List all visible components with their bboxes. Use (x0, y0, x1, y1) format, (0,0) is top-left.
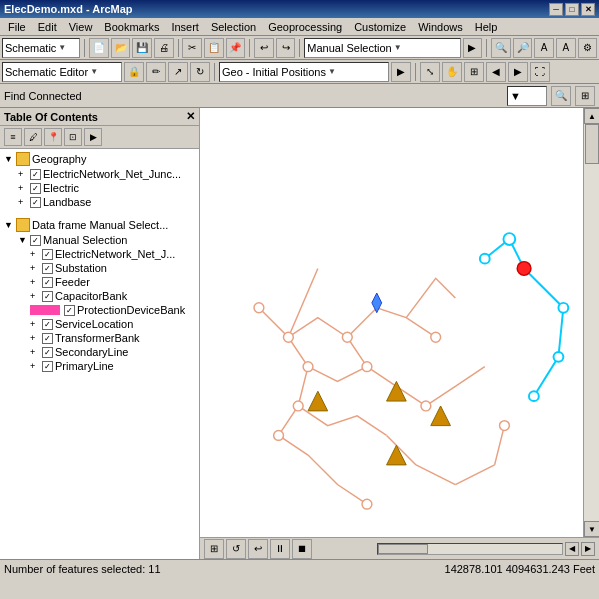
ms-check[interactable]: ✓ (30, 235, 41, 246)
zoom-out-button[interactable]: 🔎 (513, 38, 533, 58)
select-tool-button[interactable]: ↗ (168, 62, 188, 82)
find-go-button[interactable]: ⊞ (575, 86, 595, 106)
toc-btn-sel[interactable]: ⊡ (64, 128, 82, 146)
tool-a-button[interactable]: A (534, 38, 554, 58)
tool-a2-button[interactable]: A (556, 38, 576, 58)
toc-dataframe-header[interactable]: ▼ Data frame Manual Select... (2, 217, 197, 233)
elec-geo-check[interactable]: ✓ (30, 183, 41, 194)
toc-sub-substation[interactable]: + ✓ Substation (2, 261, 197, 275)
extra2-button[interactable]: ⛶ (530, 62, 550, 82)
h-scrollbar[interactable] (377, 543, 563, 555)
toc-item-manualsel[interactable]: ▼ ✓ Manual Selection (2, 233, 197, 247)
en-geo-check[interactable]: ✓ (30, 169, 41, 180)
scroll-down-button[interactable]: ▼ (584, 521, 599, 537)
maximize-button[interactable]: □ (565, 3, 579, 16)
toc-btn-src[interactable]: 📍 (44, 128, 62, 146)
toc-sub-feeder[interactable]: + ✓ Feeder (2, 275, 197, 289)
edit-tool-button[interactable]: ✏ (146, 62, 166, 82)
geo-positions-dropdown[interactable]: Geo - Initial Positions ▼ (219, 62, 389, 82)
sub-feed-check[interactable]: ✓ (42, 277, 53, 288)
next-button[interactable]: ▶ (508, 62, 528, 82)
manual-selection-dropdown[interactable]: Manual Selection ▼ (304, 38, 460, 58)
toc-sub-electricnetwork[interactable]: + ✓ ElectricNetwork_Net_J... (2, 247, 197, 261)
minimize-button[interactable]: ─ (549, 3, 563, 16)
sub-en-check[interactable]: ✓ (42, 249, 53, 260)
map-btn-pause[interactable]: ⏸ (270, 539, 290, 559)
redo-button[interactable]: ↪ (276, 38, 296, 58)
menu-view[interactable]: View (63, 20, 99, 34)
sub-prim-check[interactable]: ✓ (42, 361, 53, 372)
toc-btn-draw[interactable]: 🖊 (24, 128, 42, 146)
schematic-dropdown[interactable]: Schematic ▼ (2, 38, 80, 58)
lock-button[interactable]: 🔒 (124, 62, 144, 82)
map-btn-2[interactable]: ↺ (226, 539, 246, 559)
cut-button[interactable]: ✂ (182, 38, 202, 58)
sub-ss-check[interactable]: ✓ (42, 263, 53, 274)
sub-prim-expand: + (30, 361, 40, 371)
sub-tr-check[interactable]: ✓ (42, 333, 53, 344)
print-button[interactable]: 🖨 (154, 38, 174, 58)
find-options-dropdown[interactable]: ▼ (507, 86, 547, 106)
map-bottom-toolbar: ⊞ ↺ ↩ ⏸ ⏹ ◀ ▶ (200, 537, 599, 559)
prev-button[interactable]: ◀ (486, 62, 506, 82)
open-button[interactable]: 📂 (111, 38, 131, 58)
scroll-up-button[interactable]: ▲ (584, 108, 599, 124)
scroll-left-button[interactable]: ◀ (565, 542, 579, 556)
toc-item-electricnetwork-geo[interactable]: + ✓ ElectricNetwork_Net_Junc... (2, 167, 197, 181)
land-check[interactable]: ✓ (30, 197, 41, 208)
menu-geoprocessing[interactable]: Geoprocessing (262, 20, 348, 34)
menu-bookmarks[interactable]: Bookmarks (98, 20, 165, 34)
toc-close[interactable]: ✕ (186, 110, 195, 123)
map-btn-stop[interactable]: ⏹ (292, 539, 312, 559)
save-button[interactable]: 💾 (132, 38, 152, 58)
undo-button[interactable]: ↩ (254, 38, 274, 58)
toc-sub-service[interactable]: + ✓ ServiceLocation (2, 317, 197, 331)
toc-sub-primary[interactable]: + ✓ PrimaryLine (2, 359, 197, 373)
scroll-thumb-right[interactable] (585, 124, 599, 164)
menu-insert[interactable]: Insert (165, 20, 205, 34)
sub-tr-label: TransformerBank (55, 332, 140, 344)
toc-btn-opts[interactable]: ▶ (84, 128, 102, 146)
scroll-track-right[interactable] (584, 124, 599, 521)
right-scrollbar[interactable]: ▲ ▼ (583, 108, 599, 537)
svg-point-15 (342, 332, 352, 342)
map-btn-3[interactable]: ↩ (248, 539, 268, 559)
copy-button[interactable]: 📋 (204, 38, 224, 58)
go-button[interactable]: ▶ (463, 38, 483, 58)
schematic-editor-dropdown[interactable]: Schematic Editor ▼ (2, 62, 122, 82)
rotate-tool-button[interactable]: ↻ (190, 62, 210, 82)
pan-button[interactable]: ✋ (442, 62, 462, 82)
toc-sub-transformer[interactable]: + ✓ TransformerBank (2, 331, 197, 345)
map-canvas[interactable] (200, 108, 583, 537)
apply-button[interactable]: ▶ (391, 62, 411, 82)
find-zoom-button[interactable]: 🔍 (551, 86, 571, 106)
sub-cap-check[interactable]: ✓ (42, 291, 53, 302)
toc-item-landbase-geo[interactable]: + ✓ Landbase (2, 195, 197, 209)
toc-sub-secondary[interactable]: + ✓ SecondaryLine (2, 345, 197, 359)
menu-file[interactable]: File (2, 20, 32, 34)
scroll-right-button[interactable]: ▶ (581, 542, 595, 556)
layout-button[interactable]: ⊞ (464, 62, 484, 82)
toc-geography-header[interactable]: ▼ Geography (2, 151, 197, 167)
paste-button[interactable]: 📌 (226, 38, 246, 58)
sub-prot-check[interactable]: ✓ (64, 305, 75, 316)
close-button[interactable]: ✕ (581, 3, 595, 16)
h-scroll-thumb[interactable] (378, 544, 428, 554)
move-node-button[interactable]: ⤡ (420, 62, 440, 82)
new-doc-button[interactable]: 📄 (89, 38, 109, 58)
menu-selection[interactable]: Selection (205, 20, 262, 34)
window-controls[interactable]: ─ □ ✕ (549, 3, 595, 16)
sub-sec-check[interactable]: ✓ (42, 347, 53, 358)
toc-sub-protection[interactable]: ✓ ProtectionDeviceBank (2, 303, 197, 317)
tool-extra-button[interactable]: ⚙ (578, 38, 598, 58)
toc-item-electric-geo[interactable]: + ✓ Electric (2, 181, 197, 195)
sub-svc-check[interactable]: ✓ (42, 319, 53, 330)
menu-windows[interactable]: Windows (412, 20, 469, 34)
toc-sub-capacitorbank[interactable]: + ✓ CapacitorBank (2, 289, 197, 303)
menu-edit[interactable]: Edit (32, 20, 63, 34)
toc-btn-list[interactable]: ≡ (4, 128, 22, 146)
map-btn-1[interactable]: ⊞ (204, 539, 224, 559)
menu-help[interactable]: Help (469, 20, 504, 34)
zoom-in-button[interactable]: 🔍 (491, 38, 511, 58)
menu-customize[interactable]: Customize (348, 20, 412, 34)
